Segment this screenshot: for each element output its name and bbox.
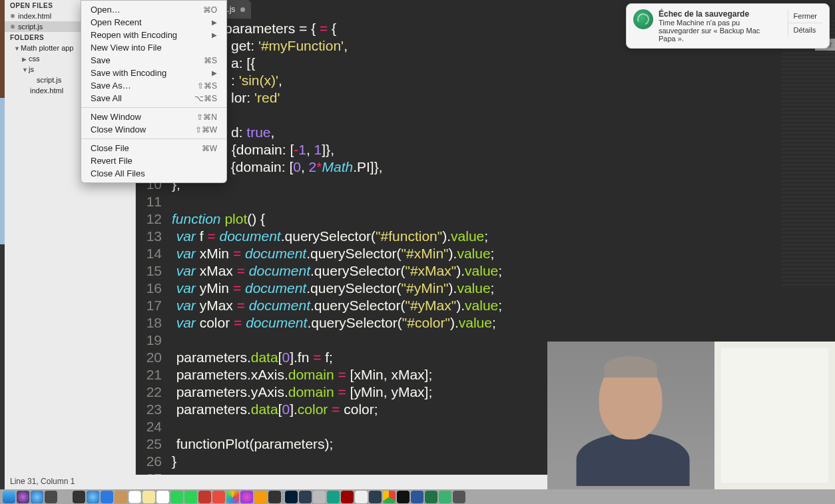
safari2-icon[interactable] — [87, 491, 99, 503]
close-button[interactable]: Fermer — [788, 9, 822, 23]
facetime-icon[interactable] — [184, 491, 197, 503]
line-number: 15 — [136, 262, 168, 280]
app-icon[interactable] — [327, 491, 340, 503]
disclosure-down-icon: ▼ — [22, 67, 29, 73]
submenu-arrow-icon: ▶ — [212, 69, 217, 77]
details-button[interactable]: Détails — [788, 23, 822, 37]
terminal-icon[interactable] — [397, 491, 410, 503]
webcam-overlay — [547, 342, 835, 489]
menu-close-window[interactable]: Close Window⇧⌘W — [81, 123, 226, 136]
app-icon[interactable] — [313, 491, 326, 503]
line-number: 22 — [136, 383, 168, 401]
reminders-icon[interactable] — [156, 491, 169, 503]
person-head — [599, 360, 663, 439]
disclosure-right-icon: ▶ — [22, 56, 29, 63]
line-number: 24 — [136, 418, 168, 435]
line-number: 25 — [136, 435, 168, 453]
desktop-left-strip — [0, 0, 5, 489]
line-number: 11 — [136, 193, 168, 210]
menu-open-recent[interactable]: Open Recent▶ — [81, 16, 226, 29]
activity-icon[interactable] — [73, 491, 85, 503]
macos-dock — [0, 489, 835, 504]
open-file-label: index.html — [18, 12, 51, 20]
line-number: 18 — [136, 314, 168, 332]
messages-icon[interactable] — [170, 491, 183, 503]
chrome-icon[interactable] — [383, 491, 396, 503]
launchpad-icon[interactable] — [59, 491, 71, 503]
notification-body: Time Machine n'a pas pu sauvegarder sur … — [659, 19, 778, 43]
notification-text: Échec de la sauvegarde Time Machine n'a … — [659, 9, 778, 43]
menu-save[interactable]: Save⌘S — [81, 54, 226, 67]
line-number: 21 — [136, 366, 168, 383]
dirty-dot-icon — [240, 7, 245, 12]
menu-separator — [81, 107, 226, 108]
app-icon[interactable] — [212, 491, 225, 503]
sep-icon — [282, 491, 284, 503]
line-number: 14 — [136, 245, 168, 262]
menu-open[interactable]: Open…⌘O — [81, 3, 226, 16]
submenu-arrow-icon: ▶ — [212, 19, 217, 26]
menu-save-encoding[interactable]: Save with Encoding▶ — [81, 67, 226, 79]
siri-icon[interactable] — [17, 491, 29, 503]
line-number: 12 — [136, 210, 168, 228]
line-number: 13 — [136, 228, 168, 245]
line-number: 27 — [136, 470, 168, 475]
app-icon[interactable] — [439, 491, 451, 503]
notification-title: Échec de la sauvegarde — [659, 9, 778, 19]
line-number: 16 — [136, 280, 168, 297]
dirty-dot-icon — [11, 25, 15, 29]
file-label: index.html — [30, 87, 63, 95]
file-menu: Open…⌘O Open Recent▶ Reopen with Encodin… — [81, 0, 227, 183]
menu-close-file[interactable]: Close File⌘W — [81, 142, 226, 154]
line-number: 23 — [136, 401, 168, 418]
webcam-person — [547, 342, 714, 489]
open-file-label: script.js — [18, 23, 43, 31]
folder-label: Math plotter app — [21, 44, 74, 52]
notes-icon[interactable] — [142, 491, 155, 503]
menu-separator — [81, 138, 226, 139]
webcam-whiteboard — [714, 342, 835, 489]
itunes-icon[interactable] — [240, 491, 253, 503]
photoshop-icon[interactable] — [285, 491, 298, 503]
app-icon[interactable] — [198, 491, 211, 503]
excel-icon[interactable] — [425, 491, 437, 503]
file-label: script.js — [37, 76, 61, 84]
disclosure-down-icon: ▼ — [14, 45, 21, 52]
photos-icon[interactable] — [226, 491, 239, 503]
contacts-icon[interactable] — [115, 491, 127, 503]
menu-close-all-files[interactable]: Close All Files — [81, 167, 226, 180]
line-number: 19 — [136, 332, 168, 349]
app-icon[interactable] — [341, 491, 354, 503]
menu-save-as[interactable]: Save As…⇧⌘S — [81, 79, 226, 92]
menu-revert-file[interactable]: Revert File — [81, 154, 226, 167]
minimap[interactable] — [782, 20, 835, 286]
time-machine-notification: Échec de la sauvegarde Time Machine n'a … — [626, 3, 830, 49]
sublime-icon[interactable] — [45, 491, 57, 503]
app-store-icon[interactable] — [101, 491, 113, 503]
person-body — [577, 433, 690, 486]
app-icon[interactable] — [299, 491, 312, 503]
line-number: 17 — [136, 297, 168, 314]
ibooks-icon[interactable] — [254, 491, 267, 503]
folder-label: css — [29, 55, 40, 63]
line-number: 20 — [136, 349, 168, 366]
menu-new-window[interactable]: New Window⇧⌘N — [81, 111, 226, 123]
word-icon[interactable] — [411, 491, 423, 503]
cursor-position: Line 31, Column 1 — [10, 477, 75, 486]
menu-new-view[interactable]: New View into File — [81, 41, 226, 54]
notification-buttons: Fermer Détails — [788, 9, 822, 43]
folder-label: js — [29, 65, 34, 73]
submenu-arrow-icon: ▶ — [212, 31, 217, 39]
app-icon[interactable] — [355, 491, 368, 503]
app-icon[interactable] — [268, 491, 281, 503]
line-number: 26 — [136, 453, 168, 470]
safari-icon[interactable] — [31, 491, 43, 503]
finder-icon[interactable] — [3, 491, 15, 503]
app-icon[interactable] — [453, 491, 465, 503]
app-icon[interactable] — [369, 491, 382, 503]
dirty-dot-icon — [11, 14, 15, 18]
time-machine-icon — [633, 9, 653, 29]
menu-reopen-encoding[interactable]: Reopen with Encoding▶ — [81, 29, 226, 41]
menu-save-all[interactable]: Save All⌥⌘S — [81, 92, 226, 105]
calendar-icon[interactable] — [129, 491, 141, 503]
